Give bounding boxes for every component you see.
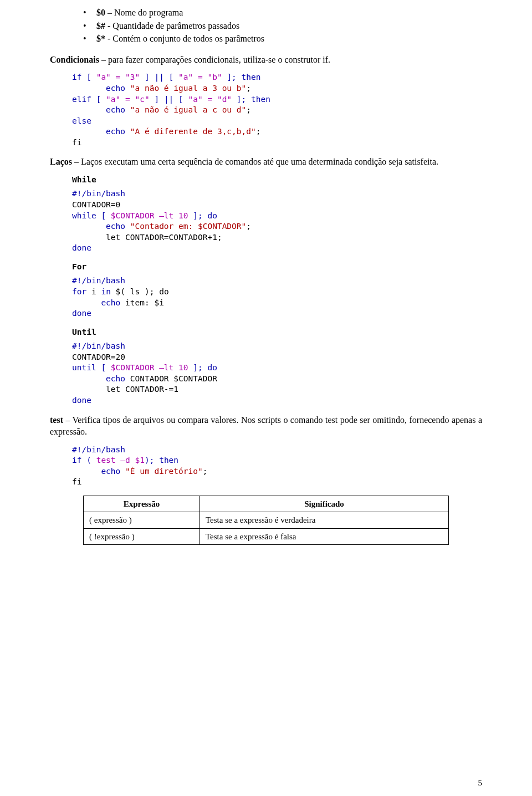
code-token: ]; do — [188, 363, 217, 372]
code-token: done — [72, 396, 101, 405]
para-text: – Verifica tipos de arquivos ou compara … — [50, 415, 482, 437]
code-token: ]; do — [188, 211, 217, 220]
table-header: Significado — [200, 496, 449, 512]
code-token: $CONTADOR –lt 10 — [111, 211, 188, 220]
bullet-list: $0 – Nome do programa $# - Quantidade de… — [83, 7, 482, 45]
para-lead: Laços — [50, 157, 72, 166]
code-token: echo — [72, 84, 130, 93]
code-token: then — [159, 456, 178, 465]
expression-table: Expressão Significado ( expressão ) Test… — [83, 496, 449, 545]
code-token: echo — [72, 298, 120, 307]
code-token: if [ — [72, 73, 96, 81]
code-token: #!/bin/bash — [72, 341, 125, 350]
code-token: #!/bin/bash — [72, 445, 125, 454]
code-token: done — [72, 309, 91, 318]
label-while: While — [72, 175, 482, 186]
var-name: $0 — [96, 8, 105, 17]
list-item: $# - Quantidade de parâmetros passados — [83, 20, 482, 32]
para-text: – para fazer comparações condicionais, u… — [99, 55, 330, 64]
code-token: ]; — [232, 95, 251, 104]
code-token: #!/bin/bash — [72, 276, 125, 285]
code-token: item: $i — [120, 298, 164, 307]
table-header-row: Expressão Significado — [84, 496, 449, 512]
code-token: done — [72, 243, 101, 252]
code-token: #!/bin/bash — [72, 189, 125, 198]
code-if: if [ "a" = "3" ] || [ "a" = "b" ]; then … — [72, 72, 482, 148]
code-token: "a" = "3" — [96, 73, 140, 81]
code-token: while [ — [72, 211, 111, 220]
code-token: $CONTADOR –lt 10 — [111, 363, 188, 372]
code-token: ; — [246, 84, 251, 93]
code-token: for — [72, 287, 86, 296]
code-token: elif [ — [72, 95, 106, 104]
paragraph-condicionais: Condicionais – para fazer comparações co… — [50, 54, 482, 66]
code-token: "a não é igual a 3 ou b" — [130, 84, 247, 93]
label-for: For — [72, 262, 482, 273]
paragraph-test: test – Verifica tipos de arquivos ou com… — [50, 414, 482, 438]
code-token: test –d $1 — [91, 456, 145, 465]
page: $0 – Nome do programa $# - Quantidade de… — [0, 0, 532, 796]
code-token: let CONTADOR=CONTADOR+1; — [72, 233, 222, 242]
table-cell: ( !expressão ) — [84, 528, 200, 544]
var-desc: - Contém o conjunto de todos os parâmetr… — [108, 34, 264, 43]
table-row: ( expressão ) Testa se a expressão é ver… — [84, 512, 449, 528]
code-token: ]; — [222, 73, 242, 81]
code-token: until [ — [72, 363, 111, 372]
code-token: CONTADOR=0 — [72, 200, 130, 209]
code-token: ); — [145, 456, 159, 465]
code-token: ; — [246, 105, 251, 114]
code-token: ] || [ — [150, 95, 188, 104]
label-until: Until — [72, 327, 482, 338]
list-item: $* - Contém o conjunto de todos os parâm… — [83, 33, 482, 45]
code-token: "a" = "d" — [188, 95, 232, 104]
code-token: "Contador em: $CONTADOR" — [130, 222, 247, 231]
code-token: else — [72, 116, 91, 125]
code-token: "a" = "b" — [178, 73, 222, 81]
table-header: Expressão — [84, 496, 200, 512]
table-row: ( !expressão ) Testa se a expressão é fa… — [84, 528, 449, 544]
var-desc: - Quantidade de parâmetros passados — [108, 21, 239, 30]
code-token: "a não é igual a c ou d" — [130, 105, 247, 114]
code-token: let CONTADOR-=1 — [72, 385, 178, 394]
para-text: – Laços executam uma certa sequência de … — [72, 157, 438, 166]
code-token: $( ls ); do — [111, 287, 169, 296]
code-token: in — [101, 287, 110, 296]
code-token: echo — [72, 222, 130, 231]
code-token: ; — [203, 467, 208, 476]
code-token: echo — [72, 105, 130, 114]
code-for: #!/bin/bash for i in $( ls ); do echo it… — [72, 275, 482, 319]
code-token: CONTADOR=20 — [72, 353, 135, 361]
code-until: #!/bin/bash CONTADOR=20 until [ $CONTADO… — [72, 341, 482, 406]
para-lead: test — [50, 415, 63, 425]
table-cell: Testa se a expressão é verdadeira — [200, 512, 449, 528]
var-desc: – Nome do programa — [108, 8, 183, 17]
code-token: echo — [72, 467, 125, 476]
code-token: "É um diretório" — [125, 467, 203, 476]
code-token: ; — [246, 222, 251, 231]
code-token: "A é diferente de 3,c,b,d" — [130, 127, 256, 136]
code-test: #!/bin/bash if ( test –d $1); then echo … — [72, 445, 482, 488]
code-token: then — [251, 95, 270, 104]
code-token: fi — [72, 138, 81, 147]
code-token: fi — [72, 477, 81, 486]
code-token: CONTADOR $CONTADOR — [125, 374, 217, 383]
table-cell: Testa se a expressão é falsa — [200, 528, 449, 544]
code-token: ; — [256, 127, 261, 136]
code-while: #!/bin/bash CONTADOR=0 while [ $CONTADOR… — [72, 188, 482, 253]
paragraph-lacos: Laços – Laços executam uma certa sequênc… — [50, 156, 482, 168]
para-lead: Condicionais — [50, 55, 99, 64]
code-token: i — [86, 287, 101, 296]
code-token: "a" = "c" — [106, 95, 150, 104]
var-name: $# — [96, 21, 105, 30]
code-token: then — [242, 73, 261, 81]
table-cell: ( expressão ) — [84, 512, 200, 528]
code-token: echo — [72, 127, 130, 136]
list-item: $0 – Nome do programa — [83, 7, 482, 19]
code-token: echo — [72, 374, 125, 383]
var-name: $* — [96, 34, 105, 43]
code-token: if ( — [72, 456, 91, 465]
page-number: 5 — [478, 777, 483, 788]
code-token: ] || [ — [140, 73, 178, 81]
